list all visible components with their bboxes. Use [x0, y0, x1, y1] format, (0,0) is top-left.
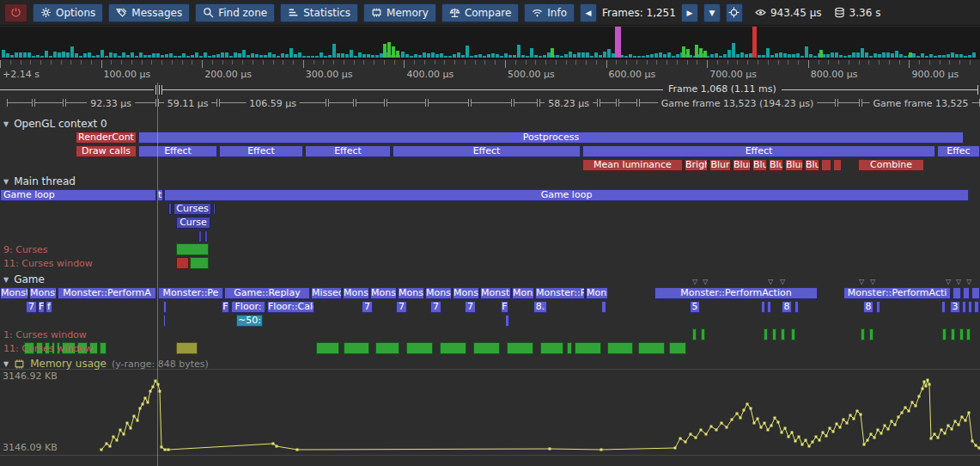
- zone-7[interactable]: 7: [430, 301, 441, 313]
- zone-monst[interactable]: Monst: [453, 287, 479, 299]
- zone-f[interactable]: F: [501, 301, 508, 313]
- zone-curse[interactable]: Curse: [176, 217, 210, 229]
- zone-effect[interactable]: Effect: [305, 145, 391, 157]
- zone-3[interactable]: 3: [950, 301, 960, 313]
- zone-7[interactable]: 7: [465, 301, 476, 313]
- zone[interactable]: [344, 342, 369, 354]
- zone-mean-luminance[interactable]: Mean luminance: [582, 159, 683, 171]
- zone-game-loop[interactable]: Game loop: [164, 189, 969, 201]
- zone-ti[interactable]: ti: [157, 189, 163, 201]
- zone-50[interactable]: ~50:: [236, 315, 263, 327]
- zone-f[interactable]: F: [38, 301, 45, 313]
- zone[interactable]: [176, 243, 209, 255]
- zone[interactable]: [942, 328, 947, 340]
- zone[interactable]: [198, 230, 202, 242]
- zone[interactable]: [692, 328, 697, 340]
- zone[interactable]: [953, 287, 961, 299]
- zone-floor-calc[interactable]: Floor::Calc: [267, 301, 314, 313]
- zone-effect[interactable]: Effect: [582, 145, 935, 157]
- zone-monster-performacti[interactable]: Monster::PerformActi: [843, 287, 951, 299]
- zone-7[interactable]: 7: [362, 301, 373, 313]
- collapse-triangle-icon[interactable]: ▼: [3, 120, 9, 128]
- zone-blur[interactable]: Blur: [805, 159, 819, 171]
- compare-button[interactable]: Compare: [441, 3, 519, 22]
- zone-monste[interactable]: Monste: [29, 287, 57, 299]
- collapse-triangle-icon[interactable]: ▼: [3, 360, 9, 368]
- zone-f[interactable]: f: [46, 301, 52, 313]
- zone[interactable]: [951, 328, 955, 340]
- zone[interactable]: [941, 301, 946, 313]
- zone-monster-pe[interactable]: Monster::Pe: [535, 287, 585, 299]
- zone-mons[interactable]: Mons: [586, 287, 608, 299]
- zone-effect[interactable]: Effect: [219, 145, 303, 157]
- zone-5[interactable]: 5: [690, 301, 700, 313]
- zone[interactable]: [440, 342, 466, 354]
- section-header-game[interactable]: ▼Game: [3, 273, 45, 285]
- zone[interactable]: [316, 342, 339, 354]
- zone[interactable]: [701, 328, 705, 340]
- zone-effect[interactable]: Effect: [138, 145, 217, 157]
- zone[interactable]: [869, 328, 873, 340]
- zone[interactable]: [575, 342, 601, 354]
- zone-brigh[interactable]: Brigh: [685, 159, 708, 171]
- zone[interactable]: [861, 328, 865, 340]
- memory-plot[interactable]: [0, 370, 980, 456]
- statistics-button[interactable]: Statistics: [280, 3, 358, 22]
- zone[interactable]: [163, 315, 166, 327]
- zone-missed[interactable]: Missed: [311, 287, 342, 299]
- section-header-main-thread[interactable]: ▼Main thread: [3, 175, 76, 187]
- zone[interactable]: [100, 342, 107, 354]
- zone-monste[interactable]: Monste: [0, 287, 28, 299]
- options-button[interactable]: Options: [33, 3, 103, 22]
- zone[interactable]: [876, 301, 880, 313]
- zone[interactable]: [962, 301, 966, 313]
- memory-section-header[interactable]: ▼ Memory usage (y-range: 848 bytes): [3, 358, 209, 370]
- zone[interactable]: [607, 342, 633, 354]
- zone[interactable]: [540, 342, 563, 354]
- zone-monst[interactable]: Monst: [425, 287, 452, 299]
- zone-game-replay[interactable]: Game::Replay: [224, 287, 310, 299]
- next-frame-button[interactable]: ▶: [681, 3, 698, 22]
- zone-blur[interactable]: Blur: [769, 159, 783, 171]
- zone-monster-pe[interactable]: Monster::Pe: [158, 287, 223, 299]
- zone[interactable]: [176, 257, 189, 269]
- zone[interactable]: [176, 342, 198, 354]
- zone-effec[interactable]: Effec: [937, 145, 980, 157]
- zone[interactable]: [163, 301, 167, 313]
- power-button[interactable]: [4, 3, 27, 22]
- zone-game-loop[interactable]: Game loop: [0, 189, 156, 201]
- zone[interactable]: [963, 287, 970, 299]
- zone[interactable]: [966, 328, 971, 340]
- thread-label[interactable]: 9: Curses: [3, 244, 48, 255]
- memory-button[interactable]: Memory: [363, 3, 436, 22]
- zone[interactable]: [959, 328, 964, 340]
- zone[interactable]: [833, 159, 842, 171]
- zone[interactable]: [772, 328, 776, 340]
- zone[interactable]: [204, 230, 208, 242]
- info-button[interactable]: Info: [524, 3, 575, 22]
- zone-postprocess[interactable]: Postprocess: [138, 132, 964, 144]
- find-zone-button[interactable]: Find zone: [195, 3, 275, 22]
- zone-monster-performaction[interactable]: Monster::PerformAction: [654, 287, 818, 299]
- thread-label[interactable]: 11: Curses window: [3, 343, 93, 354]
- zone[interactable]: [406, 342, 433, 354]
- frame-menu-button[interactable]: ▼: [703, 3, 721, 22]
- zone-7[interactable]: 7: [26, 301, 37, 313]
- zone-draw-calls[interactable]: Draw calls: [76, 145, 137, 157]
- zone-blur[interactable]: Blur: [785, 159, 803, 171]
- zone-mons[interactable]: Mons: [512, 287, 534, 299]
- zone[interactable]: [190, 257, 209, 269]
- zone[interactable]: [791, 328, 795, 340]
- thread-label[interactable]: 1: Curses window: [3, 329, 87, 340]
- zone[interactable]: [968, 301, 972, 313]
- zone[interactable]: [567, 342, 572, 354]
- zone-blur[interactable]: Blur: [709, 159, 731, 171]
- messages-button[interactable]: Messages: [108, 3, 190, 22]
- zone-monst[interactable]: Monst: [343, 287, 369, 299]
- zone-7[interactable]: 7: [396, 301, 407, 313]
- zone-blur[interactable]: Blur: [752, 159, 767, 171]
- zone-8[interactable]: 8.: [533, 301, 547, 313]
- zone-8[interactable]: 8: [782, 301, 792, 313]
- zone-8[interactable]: 8: [863, 301, 873, 313]
- zone[interactable]: [669, 342, 686, 354]
